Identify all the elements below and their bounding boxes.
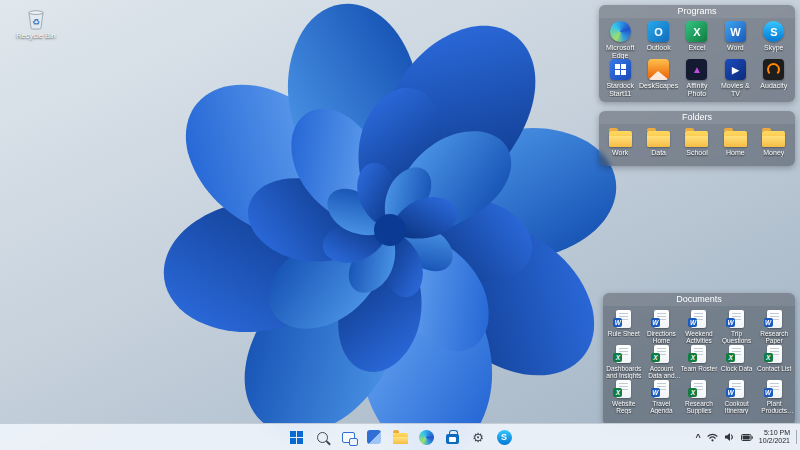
folder-icon <box>724 131 747 147</box>
skype-button[interactable] <box>492 426 516 448</box>
excel-document-icon <box>767 345 782 363</box>
program-microsoft-edge[interactable]: Microsoft Edge <box>602 21 639 59</box>
desktop: ♻ Recycle Bin Programs Microsoft Edge Ou… <box>0 0 800 450</box>
show-desktop-button[interactable] <box>796 430 800 444</box>
document-travel-agenda[interactable]: Travel Agenda <box>643 379 680 414</box>
word-document-icon <box>654 380 669 398</box>
program-affinity-photo[interactable]: Affinity Photo <box>678 59 715 97</box>
fence-programs: Programs Microsoft Edge Outlook Excel Wo… <box>599 5 795 102</box>
edge-icon <box>610 21 631 42</box>
program-excel[interactable]: Excel <box>678 21 715 52</box>
excel-badge-icon <box>651 353 660 362</box>
program-label: Stardock Start11 <box>602 82 639 97</box>
document-website-regs[interactable]: Website Regs <box>605 379 642 414</box>
excel-document-icon <box>691 345 706 363</box>
program-label: Movies & TV <box>717 82 754 97</box>
hidden-icons-chevron[interactable] <box>696 432 701 442</box>
document-trip-questions[interactable]: Trip Questions <box>718 309 755 344</box>
document-directions-home[interactable]: Directions Home <box>643 309 680 344</box>
wallpaper-bloom <box>100 0 680 450</box>
program-outlook[interactable]: Outlook <box>640 21 677 52</box>
word-document-icon <box>729 310 744 328</box>
document-plant-products-page[interactable]: Plant Products Page <box>756 379 793 414</box>
start-button[interactable] <box>284 426 308 448</box>
word-badge-icon <box>726 318 735 327</box>
folder-icon <box>647 131 670 147</box>
excel-document-icon <box>654 345 669 363</box>
program-label: Microsoft Edge <box>602 44 639 59</box>
edge-button[interactable] <box>414 426 438 448</box>
fence-documents-body: Rule Sheet Directions Home Weekend Activ… <box>603 306 795 415</box>
clock-date: 10/2/2021 <box>759 437 790 446</box>
program-start11[interactable]: Stardock Start11 <box>602 59 639 97</box>
document-research-supplies[interactable]: Research Supplies <box>680 379 717 414</box>
folder-label: Home <box>726 149 745 157</box>
volume-icon[interactable] <box>724 432 735 442</box>
document-label: Plant Products Page <box>756 400 793 414</box>
fence-folders-title[interactable]: Folders <box>599 111 795 124</box>
program-word[interactable]: Word <box>717 21 754 52</box>
widgets-button[interactable] <box>362 426 386 448</box>
program-audacity[interactable]: Audacity <box>755 59 792 90</box>
word-badge-icon <box>688 318 697 327</box>
program-movies-tv[interactable]: Movies & TV <box>717 59 754 97</box>
recycle-bin-icon: ♻ <box>26 8 46 30</box>
fence-programs-title[interactable]: Programs <box>599 5 795 18</box>
word-document-icon <box>767 310 782 328</box>
document-cookout-itinerary[interactable]: Cookout Itinerary <box>718 379 755 414</box>
clock-time: 5:10 PM <box>764 429 790 438</box>
skype-icon <box>497 430 512 445</box>
taskbar-clock[interactable]: 5:10 PM 10/2/2021 <box>759 429 790 446</box>
excel-document-icon <box>691 380 706 398</box>
document-label: Research Supplies <box>680 400 717 414</box>
document-account-data-access[interactable]: Account Data and Access <box>643 344 680 379</box>
document-team-roster[interactable]: Team Roster <box>680 344 717 372</box>
word-document-icon <box>691 310 706 328</box>
program-deskscapes[interactable]: DeskScapes <box>640 59 677 90</box>
excel-icon <box>686 21 707 42</box>
folder-icon <box>762 131 785 147</box>
gear-icon <box>472 428 484 446</box>
wifi-icon[interactable] <box>707 433 718 442</box>
excel-badge-icon <box>726 353 735 362</box>
program-skype[interactable]: Skype <box>755 21 792 52</box>
word-document-icon <box>767 380 782 398</box>
widgets-icon <box>367 430 381 444</box>
document-contact-list[interactable]: Contact List <box>756 344 793 372</box>
folder-money[interactable]: Money <box>755 127 792 157</box>
document-rule-sheet[interactable]: Rule Sheet <box>605 309 642 337</box>
program-label: Affinity Photo <box>678 82 715 97</box>
battery-icon[interactable] <box>741 434 753 441</box>
edge-icon <box>419 430 434 445</box>
settings-button[interactable] <box>466 426 490 448</box>
document-label: Weekend Activities <box>680 330 717 344</box>
folder-school[interactable]: School <box>678 127 715 157</box>
taskbar-center-icons <box>284 424 516 450</box>
program-label: Skype <box>764 44 783 52</box>
task-view-button[interactable] <box>336 426 360 448</box>
word-badge-icon <box>651 388 660 397</box>
folder-home[interactable]: Home <box>717 127 754 157</box>
document-weekend-activities[interactable]: Weekend Activities <box>680 309 717 344</box>
document-label: Website Regs <box>605 400 642 414</box>
search-button[interactable] <box>310 426 334 448</box>
document-label: Team Roster <box>681 365 718 372</box>
document-label: Account Data and Access <box>643 365 680 379</box>
folder-work[interactable]: Work <box>602 127 639 157</box>
store-button[interactable] <box>440 426 464 448</box>
movies-tv-icon <box>725 59 746 80</box>
recycle-bin-label: Recycle Bin <box>16 31 56 40</box>
folder-data[interactable]: Data <box>640 127 677 157</box>
word-document-icon <box>616 310 631 328</box>
fence-folders-body: Work Data School Home Money <box>599 124 795 158</box>
recycle-bin[interactable]: ♻ Recycle Bin <box>12 8 60 40</box>
fence-documents-title[interactable]: Documents <box>603 293 795 306</box>
affinity-photo-icon <box>686 59 707 80</box>
document-clock-data[interactable]: Clock Data <box>718 344 755 372</box>
excel-document-icon <box>616 380 631 398</box>
document-dashboards-insights[interactable]: Dashboards and Insights <box>605 344 642 379</box>
file-explorer-button[interactable] <box>388 426 412 448</box>
excel-document-icon <box>616 345 631 363</box>
svg-text:♻: ♻ <box>32 17 40 27</box>
document-research-paper[interactable]: Research Paper <box>756 309 793 344</box>
